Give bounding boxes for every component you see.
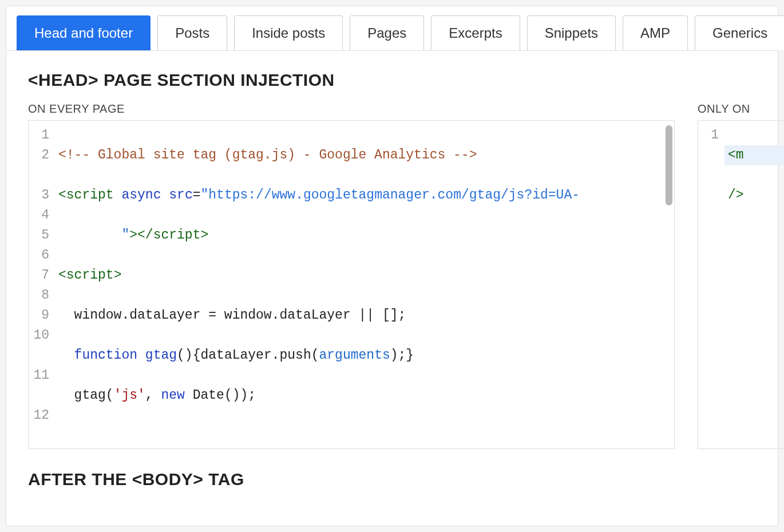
tab-content: <HEAD> PAGE SECTION INJECTION ON EVERY P…	[6, 51, 778, 521]
label-every-page: ON EVERY PAGE	[28, 102, 675, 116]
editor-columns: ON EVERY PAGE 1 2 3 4 5 6 7 8	[28, 102, 756, 449]
col-every-page: ON EVERY PAGE 1 2 3 4 5 6 7 8	[28, 102, 675, 449]
tab-excerpts[interactable]: Excerpts	[431, 15, 520, 50]
section-title-body: AFTER THE <BODY> TAG	[28, 470, 756, 489]
label-only-on: ONLY ON	[698, 102, 784, 116]
tab-pages[interactable]: Pages	[350, 15, 424, 50]
code-editor-every-page[interactable]: 1 2 3 4 5 6 7 8 9 10 11	[28, 120, 675, 449]
tab-inside-posts[interactable]: Inside posts	[234, 15, 343, 50]
tab-posts[interactable]: Posts	[157, 15, 227, 50]
tab-head-and-footer[interactable]: Head and footer	[17, 15, 151, 50]
tab-snippets[interactable]: Snippets	[527, 15, 616, 50]
line-gutter: 1 2 3 4 5 6 7 8 9 10 11	[29, 121, 55, 448]
tab-generics[interactable]: Generics	[695, 15, 784, 50]
tab-bar: Head and footer Posts Inside posts Pages…	[6, 6, 778, 51]
line-gutter: 1	[698, 121, 724, 448]
code-editor-only-on[interactable]: 1 <m />	[698, 120, 784, 449]
code-content[interactable]: <m />	[724, 121, 784, 448]
tab-amp[interactable]: AMP	[623, 15, 688, 50]
scrollbar-thumb[interactable]	[666, 125, 672, 205]
code-content[interactable]: <!-- Global site tag (gtag.js) - Google …	[55, 121, 674, 448]
col-only-on: ONLY ON 1 <m />	[698, 102, 784, 449]
settings-panel: Head and footer Posts Inside posts Pages…	[6, 6, 778, 526]
section-title-head: <HEAD> PAGE SECTION INJECTION	[28, 70, 756, 90]
